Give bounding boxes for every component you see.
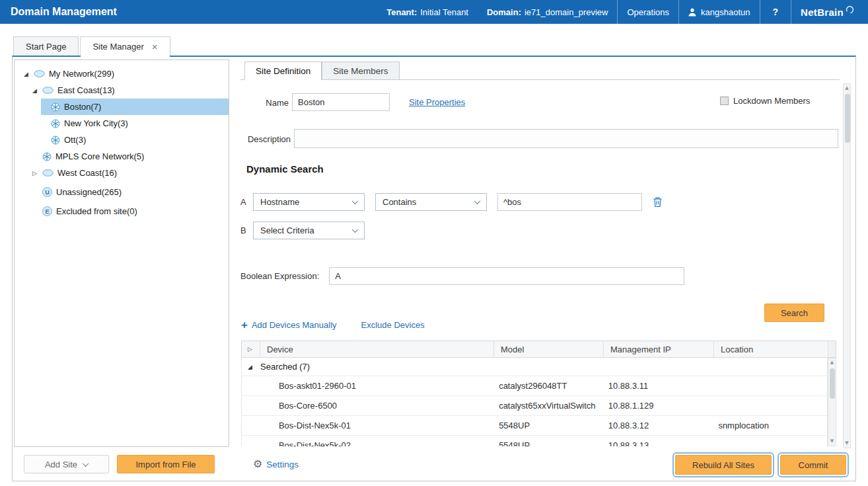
- device-table: ▷ Device Model Management IP Location ◢ …: [241, 341, 836, 446]
- app-title: Domain Management: [11, 6, 117, 18]
- tab-site-manager[interactable]: Site Manager ×: [80, 36, 170, 56]
- brand-text: NetBrain: [801, 7, 844, 18]
- tree-item-west-coast[interactable]: ▷ West Coast(16): [15, 165, 229, 181]
- tree-item-boston[interactable]: Boston(7): [15, 99, 229, 115]
- description-input[interactable]: [294, 129, 838, 148]
- dynamic-search-title: Dynamic Search: [246, 163, 324, 175]
- field-select-b[interactable]: Select Criteria: [253, 222, 365, 239]
- domain-value: ie71_domain_preview: [524, 7, 608, 17]
- expand-collapse-icon[interactable]: ◢: [32, 87, 42, 94]
- cell-management-ip: 10.88.3.13: [603, 440, 713, 446]
- lockdown-checkbox[interactable]: [720, 97, 729, 105]
- boolean-expression-input[interactable]: [329, 267, 684, 285]
- close-tab-icon[interactable]: ×: [152, 42, 158, 52]
- tree-item-mpls-core-network[interactable]: MPLS Core Network(5): [15, 148, 229, 165]
- user-icon: [688, 8, 696, 17]
- delete-criteria-icon[interactable]: [653, 196, 663, 208]
- import-from-file-button[interactable]: Import from File: [117, 455, 215, 473]
- user-menu[interactable]: kangshaotun: [678, 0, 759, 24]
- table-row[interactable]: Bos-Dist-Nex5k-01 5548UP 10.88.3.12 snmp…: [242, 416, 827, 436]
- cell-management-ip: 10.88.1.129: [603, 401, 713, 411]
- add-devices-manually-link[interactable]: Add Devices Manually: [252, 320, 337, 330]
- expand-collapse-icon[interactable]: ▷: [32, 170, 42, 177]
- tree-footer: Add Site Import from File: [24, 455, 215, 473]
- domain-info: Domain: ie71_domain_preview: [478, 0, 617, 24]
- search-button[interactable]: Search: [764, 304, 824, 322]
- expand-collapse-icon[interactable]: ◢: [24, 71, 34, 77]
- boolean-expression-label: Boolean Expression:: [240, 271, 319, 281]
- operations-menu[interactable]: Operations: [617, 0, 678, 24]
- column-header-device[interactable]: Device: [260, 341, 494, 357]
- selected-value: Select Criteria: [260, 225, 314, 235]
- chevron-down-icon: [83, 460, 89, 467]
- tree-item-unassigned[interactable]: U Unassigned(265): [15, 184, 229, 200]
- exclude-devices-link[interactable]: Exclude Devices: [361, 320, 425, 330]
- site-properties-link[interactable]: Site Properties: [409, 97, 465, 107]
- tree-item-content: ◢ My Network(299): [24, 65, 229, 82]
- site-icon: [51, 102, 60, 112]
- tree-item-new-york-city[interactable]: New York City(3): [15, 115, 229, 132]
- table-header: ▷ Device Model Management IP Location: [241, 341, 836, 358]
- tab-start-page[interactable]: Start Page: [13, 36, 79, 56]
- table-body: ◢ Searched (7) Bos-askt01-2960-01 cataly…: [241, 358, 828, 446]
- tree-item-content: ◢ East Coast(13): [32, 82, 229, 99]
- description-label: Description: [240, 134, 291, 144]
- cell-model: catalyst296048TT: [493, 381, 603, 391]
- tree-item-label: Ott(3): [64, 135, 86, 145]
- table-scrollbar[interactable]: ▲ ▼: [828, 358, 836, 446]
- plus-icon: +: [241, 319, 248, 331]
- add-site-button[interactable]: Add Site: [24, 455, 109, 473]
- criteria-row-b: B Select Criteria: [240, 222, 375, 239]
- scrollbar-thumb[interactable]: [830, 368, 835, 399]
- tree-item-excluded-from-site[interactable]: E Excluded from site(0): [15, 203, 229, 220]
- scroll-up-icon[interactable]: ▲: [845, 85, 848, 91]
- help-button[interactable]: ?: [760, 0, 791, 24]
- tree-item-east-coast[interactable]: ◢ East Coast(13): [15, 82, 229, 99]
- table-row[interactable]: Bos-Core-6500 catalyst65xxVirtualSwitch …: [242, 396, 827, 416]
- table-row[interactable]: Bos-Dist-Nex5k-02 5548UP 10.88.3.13: [242, 436, 827, 446]
- cell-device: Bos-Core-6500: [260, 401, 493, 411]
- operator-select-a[interactable]: Contains: [375, 193, 487, 211]
- settings-button[interactable]: ⚙ Settings: [253, 459, 299, 469]
- tree-item-my-network[interactable]: ◢ My Network(299): [15, 65, 229, 82]
- brand-swoosh-icon: [845, 5, 855, 15]
- rebuild-all-sites-button[interactable]: Rebuild All Sites: [675, 455, 772, 475]
- table-row[interactable]: Bos-askt01-2960-01 catalyst296048TT 10.8…: [242, 376, 827, 396]
- cell-model: 5548UP: [493, 421, 603, 430]
- field-select-a[interactable]: Hostname: [253, 193, 365, 211]
- column-header-location[interactable]: Location: [714, 341, 828, 357]
- scroll-down-icon[interactable]: ▼: [830, 438, 834, 444]
- group-expander-icon[interactable]: ◢: [248, 364, 260, 370]
- add-site-label: Add Site: [45, 460, 77, 469]
- tree-item-content: Boston(7): [41, 99, 229, 115]
- unassigned-badge-icon: U: [42, 187, 52, 197]
- tree-item-label: My Network(299): [49, 69, 114, 79]
- scroll-down-icon[interactable]: ▼: [845, 440, 848, 446]
- criteria-value-input[interactable]: [497, 193, 642, 211]
- column-header-model[interactable]: Model: [494, 341, 604, 357]
- definition-tabbar: Site Definition Site Members: [240, 61, 840, 80]
- cell-model: 5548UP: [493, 440, 603, 446]
- site-name-input[interactable]: [292, 93, 390, 111]
- scroll-up-icon[interactable]: ▲: [830, 360, 834, 366]
- cell-model: catalyst65xxVirtualSwitch: [493, 401, 603, 411]
- site-icon: [51, 119, 60, 128]
- tab-site-definition[interactable]: Site Definition: [244, 61, 322, 80]
- header-right: Tenant: Initial Tenant Domain: ie71_doma…: [377, 0, 864, 24]
- column-header-management-ip[interactable]: Management IP: [604, 341, 714, 357]
- scrollbar-thumb[interactable]: [845, 94, 850, 143]
- chevron-down-icon: [474, 198, 481, 204]
- tenant-info: Tenant: Initial Tenant: [377, 0, 478, 24]
- expand-all-icon[interactable]: ▷: [242, 341, 260, 357]
- tree-item-ott[interactable]: Ott(3): [15, 132, 229, 148]
- tree-item-content: Ott(3): [41, 132, 229, 148]
- group-label: Searched (7): [260, 362, 310, 372]
- site-manager-panel: ◢ My Network(299) ◢ East Coast(13) Bosto…: [12, 56, 856, 481]
- chevron-down-icon: [352, 226, 359, 233]
- tab-site-members[interactable]: Site Members: [322, 61, 399, 80]
- commit-button[interactable]: Commit: [780, 455, 846, 475]
- panel-scrollbar[interactable]: ▲ ▼: [843, 83, 851, 448]
- group-row-searched[interactable]: ◢ Searched (7): [242, 358, 827, 376]
- cell-management-ip: 10.88.3.11: [603, 381, 713, 391]
- network-cloud-icon: [42, 169, 54, 177]
